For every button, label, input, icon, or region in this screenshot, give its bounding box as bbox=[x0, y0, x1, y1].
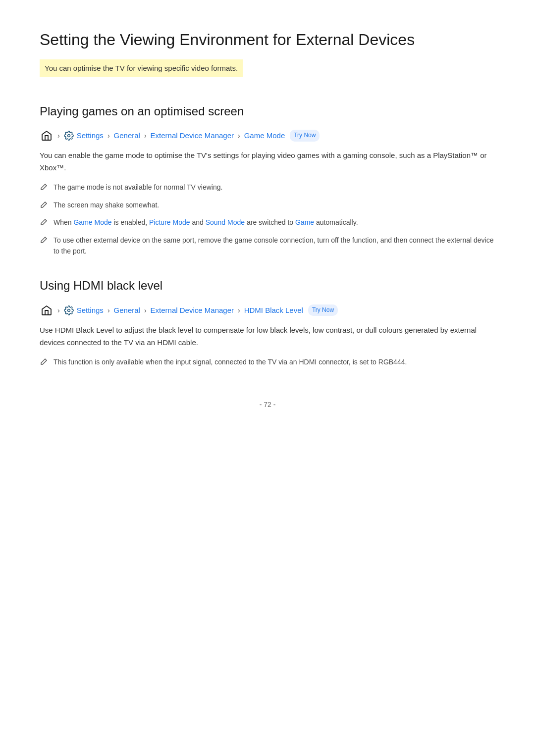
bullet3-sound-mode: Sound Mode bbox=[206, 218, 245, 226]
section1-bullets: The game mode is not available for norma… bbox=[40, 182, 495, 256]
svg-point-1 bbox=[67, 309, 70, 311]
separator-4: › bbox=[238, 130, 240, 141]
nav-general-1[interactable]: General bbox=[114, 130, 140, 142]
bullet3-middle: is enabled, bbox=[112, 218, 150, 226]
pencil-icon-3 bbox=[40, 218, 48, 229]
bullet-text-1: The game mode is not available for norma… bbox=[54, 182, 222, 193]
section2-bullets: This function is only available when the… bbox=[40, 356, 495, 369]
bullet3-game: Game bbox=[295, 218, 314, 226]
bullet-text-4: To use other external device on the same… bbox=[54, 235, 495, 257]
home-icon-2 bbox=[40, 303, 54, 317]
bullet3-end: automatically. bbox=[314, 218, 358, 226]
section1-body: You can enable the game mode to optimise… bbox=[40, 150, 495, 174]
pencil-icon-2 bbox=[40, 201, 48, 212]
page-title: Setting the Viewing Environment for Exte… bbox=[40, 30, 495, 50]
gear-icon bbox=[64, 131, 74, 141]
separator-6: › bbox=[107, 305, 110, 316]
pencil-icon-1 bbox=[40, 183, 48, 194]
nav-hdmi-black-level[interactable]: HDMI Black Level bbox=[244, 304, 303, 316]
bullet3-after: are switched to bbox=[245, 218, 295, 226]
home-icon bbox=[40, 129, 54, 143]
pencil-icon-4 bbox=[40, 236, 48, 247]
nav-path-1: › Settings › General › External Device M… bbox=[40, 129, 495, 143]
gear-icon-2 bbox=[64, 305, 74, 315]
section2-body: Use HDMI Black Level to adjust the black… bbox=[40, 324, 495, 349]
separator-2: › bbox=[107, 130, 110, 141]
bullet3-before: When bbox=[54, 218, 73, 226]
bullet-item: When Game Mode is enabled, Picture Mode … bbox=[40, 217, 495, 229]
bullet3-picture-mode: Picture Mode bbox=[149, 218, 190, 226]
separator-1: › bbox=[57, 130, 60, 141]
bullet-text-3: When Game Mode is enabled, Picture Mode … bbox=[54, 217, 358, 228]
try-now-badge-2[interactable]: Try Now bbox=[308, 304, 338, 316]
bullet-text-2: The screen may shake somewhat. bbox=[54, 200, 159, 210]
section2-title: Using HDMI black level bbox=[40, 276, 495, 295]
nav-game-mode[interactable]: Game Mode bbox=[244, 130, 285, 142]
intro-text: You can optimise the TV for viewing spec… bbox=[40, 59, 243, 77]
bullet3-and: and bbox=[190, 218, 206, 226]
bullet-item: The game mode is not available for norma… bbox=[40, 182, 495, 194]
separator-3: › bbox=[144, 130, 147, 141]
nav-external-device-manager-2[interactable]: External Device Manager bbox=[151, 304, 234, 316]
pencil-icon-5 bbox=[40, 358, 48, 369]
separator-5: › bbox=[57, 305, 60, 316]
bullet3-game-mode: Game Mode bbox=[73, 218, 111, 226]
page-number: - 72 - bbox=[40, 399, 495, 410]
bullet-item: The screen may shake somewhat. bbox=[40, 200, 495, 212]
bullet-item: To use other external device on the same… bbox=[40, 235, 495, 257]
section1-title: Playing games on an optimised screen bbox=[40, 102, 495, 121]
separator-8: › bbox=[238, 305, 240, 316]
try-now-badge-1[interactable]: Try Now bbox=[290, 130, 320, 141]
separator-7: › bbox=[144, 305, 147, 316]
nav-settings-1[interactable]: Settings bbox=[77, 130, 104, 142]
nav-external-device-manager-1[interactable]: External Device Manager bbox=[151, 130, 234, 142]
bullet-item: This function is only available when the… bbox=[40, 356, 495, 369]
nav-general-2[interactable]: General bbox=[114, 304, 140, 316]
bullet-text-5: This function is only available when the… bbox=[54, 356, 407, 367]
nav-settings-2[interactable]: Settings bbox=[77, 304, 104, 316]
svg-point-0 bbox=[67, 134, 70, 137]
nav-path-2: › Settings › General › External Device M… bbox=[40, 303, 495, 317]
